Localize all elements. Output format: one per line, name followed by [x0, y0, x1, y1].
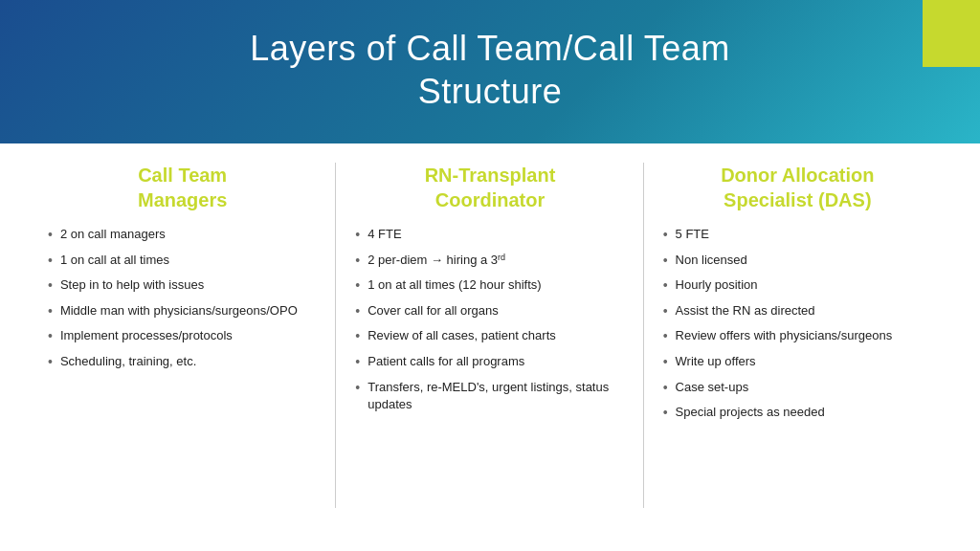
list-item: 1 on at all times (12 hour shifts): [355, 276, 624, 296]
content-area: Call TeamManagers 2 on call managers 1 o…: [0, 143, 980, 551]
list-item: Assist the RN as directed: [663, 302, 932, 321]
bullet-list-call-team-managers: 2 on call managers 1 on call at all time…: [48, 226, 317, 372]
list-item: Case set-ups: [663, 379, 932, 398]
list-item: Write up offers: [663, 353, 932, 372]
col-title-rn-transplant: RN-TransplantCoordinator: [355, 163, 624, 212]
list-item: 5 FTE: [663, 226, 932, 245]
list-item: Special projects as needed: [663, 404, 932, 423]
list-item: Cover call for all organs: [355, 302, 624, 321]
lime-accent-block: [923, 0, 980, 67]
list-item: 2 per-diem → hiring a 3rd: [355, 252, 624, 271]
list-item: Step in to help with issues: [48, 276, 317, 296]
header: Layers of Call Team/Call Team Structure: [0, 0, 980, 143]
column-rn-transplant: RN-TransplantCoordinator 4 FTE 2 per-die…: [336, 163, 643, 546]
column-das: Donor AllocationSpecialist (DAS) 5 FTE N…: [644, 163, 951, 546]
list-item: 4 FTE: [355, 226, 624, 245]
list-item: Middle man with physicians/surgeons/OPO: [48, 302, 317, 321]
col-title-das: Donor AllocationSpecialist (DAS): [663, 163, 932, 212]
column-call-team-managers: Call TeamManagers 2 on call managers 1 o…: [29, 163, 336, 546]
slide: Layers of Call Team/Call Team Structure …: [0, 0, 980, 551]
bullet-list-das: 5 FTE Non licensed Hourly position Assis…: [663, 226, 932, 423]
slide-title: Layers of Call Team/Call Team Structure: [38, 27, 942, 113]
list-item: Patient calls for all programs: [355, 353, 624, 372]
list-item: Scheduling, training, etc.: [48, 353, 317, 372]
list-item: 2 on call managers: [48, 226, 317, 245]
list-item: Implement processes/protocols: [48, 327, 317, 346]
list-item: 1 on call at all times: [48, 252, 317, 271]
list-item: Hourly position: [663, 276, 932, 296]
bullet-list-rn-transplant: 4 FTE 2 per-diem → hiring a 3rd 1 on at …: [355, 226, 624, 413]
col-title-call-team-managers: Call TeamManagers: [48, 163, 317, 212]
list-item: Review of all cases, patient charts: [355, 327, 624, 346]
list-item: Non licensed: [663, 252, 932, 271]
list-item: Transfers, re-MELD's, urgent listings, s…: [355, 379, 624, 413]
list-item: Review offers with physicians/surgeons: [663, 327, 932, 346]
